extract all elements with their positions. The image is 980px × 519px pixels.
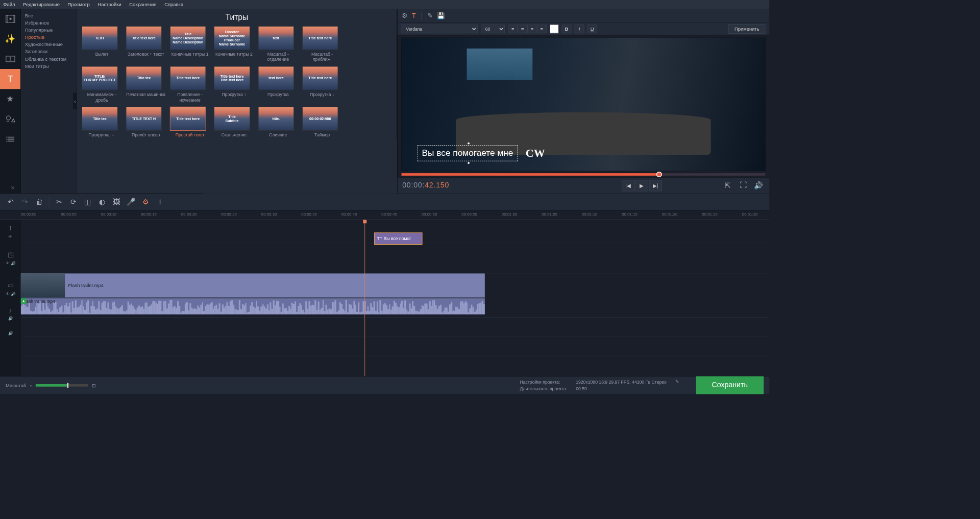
zoom-fit-icon[interactable]: ⊡ bbox=[92, 382, 96, 388]
volume-button[interactable]: 🔊 bbox=[752, 180, 765, 191]
music-track[interactable] bbox=[21, 318, 769, 337]
search-input[interactable]: 🔍✕ bbox=[0, 184, 18, 192]
preset-thumbnail: TITLE TEXT H bbox=[126, 107, 162, 131]
video-track[interactable]: Flash trailer.mp4 ★ Flash trailer.mp4 bbox=[21, 273, 769, 317]
preset-label: Слияние bbox=[258, 132, 299, 137]
menu-Редактирование[interactable]: Редактирование bbox=[23, 2, 60, 7]
bold-button[interactable]: B bbox=[562, 24, 572, 33]
equalizer-button[interactable]: ⫴ bbox=[154, 196, 166, 208]
shapes-tool[interactable] bbox=[0, 109, 20, 129]
title-preset[interactable]: text hereПрокрутка bbox=[258, 66, 299, 103]
title-preset[interactable]: Title text hereЗаголовок + текст bbox=[126, 26, 166, 62]
category-item[interactable]: Облачка с текстом bbox=[21, 55, 77, 62]
color-picker-icon[interactable]: ✎ bbox=[427, 12, 432, 19]
fullscreen-button[interactable]: ⛶ bbox=[737, 180, 749, 191]
category-item[interactable]: Все bbox=[21, 12, 77, 19]
crop-button[interactable]: ◫ bbox=[81, 196, 94, 208]
preset-label: Масштаб - отдаление bbox=[258, 52, 299, 62]
title-preset[interactable]: Title texПечатная машинка bbox=[126, 66, 166, 103]
cut-button[interactable]: ✂ bbox=[53, 196, 65, 208]
align-left-button[interactable]: ≡ bbox=[508, 24, 518, 33]
title-preset[interactable]: 00:00:02:986Таймер bbox=[302, 107, 342, 138]
stickers-tool[interactable]: ★ bbox=[0, 89, 20, 109]
media-tool[interactable] bbox=[0, 9, 20, 29]
zoom-out-icon[interactable]: ▫ bbox=[30, 382, 32, 388]
category-item[interactable]: Простые bbox=[21, 34, 77, 41]
video-clip[interactable]: Flash trailer.mp4 bbox=[21, 273, 485, 297]
titles-tool[interactable]: T bbox=[0, 69, 20, 89]
audio-clip[interactable]: ★ Flash trailer.mp4 bbox=[21, 298, 485, 314]
rotate-button[interactable]: ⟳ bbox=[67, 196, 80, 208]
more-tool[interactable] bbox=[0, 129, 20, 149]
save-button[interactable]: Сохранить bbox=[696, 376, 764, 394]
title-preset[interactable]: title.Слияние bbox=[258, 107, 299, 138]
text-properties-icon[interactable]: T bbox=[412, 12, 416, 19]
text-color-swatch[interactable] bbox=[550, 24, 558, 33]
clip-properties-icon[interactable]: ⚙ bbox=[402, 12, 407, 19]
align-justify-button[interactable]: ≡ bbox=[537, 24, 547, 33]
picture-button[interactable]: 🖼 bbox=[110, 196, 123, 208]
extra-audio-track[interactable] bbox=[21, 337, 769, 356]
undo-button[interactable]: ↶ bbox=[4, 196, 17, 208]
title-track-label[interactable]: T👁 bbox=[0, 220, 21, 243]
title-track[interactable]: TᴛВы все помог bbox=[21, 220, 769, 243]
title-preset[interactable]: Title texПрокрутка ← bbox=[82, 107, 122, 138]
title-preset[interactable]: Title text hereTitle text hereПрокрутка … bbox=[214, 66, 254, 103]
playhead[interactable] bbox=[364, 220, 365, 376]
play-button[interactable]: ▶ bbox=[635, 180, 648, 191]
menu-Справка[interactable]: Справка bbox=[164, 2, 183, 7]
underline-button[interactable]: U bbox=[587, 24, 597, 33]
prev-button[interactable]: |◀ bbox=[622, 180, 634, 191]
title-preset[interactable]: Title text hereПоявление - исчезание bbox=[170, 66, 210, 103]
color-adjust-button[interactable]: ◐ bbox=[96, 196, 109, 208]
title-preset[interactable]: TitleName DescriptionName DescriptionКон… bbox=[170, 26, 210, 62]
category-item[interactable]: Заголовки bbox=[21, 48, 77, 55]
preset-thumbnail: Title tex bbox=[82, 107, 118, 131]
title-preset[interactable]: textМасштаб - отдаление bbox=[258, 26, 299, 62]
italic-button[interactable]: I bbox=[575, 24, 584, 33]
apply-button[interactable]: Применить bbox=[728, 24, 765, 34]
record-audio-button[interactable]: 🎤 bbox=[125, 196, 137, 208]
font-size-select[interactable]: 60 bbox=[481, 24, 505, 33]
transitions-tool[interactable] bbox=[0, 49, 20, 69]
music-track-label[interactable]: ♪🔊 bbox=[0, 304, 21, 323]
title-preset[interactable]: TitleSubtitleСкольжение bbox=[214, 107, 254, 138]
clip-settings-button[interactable]: ⚙ bbox=[139, 196, 152, 208]
category-item[interactable]: Избранное bbox=[21, 19, 77, 27]
category-item[interactable]: Мои титры bbox=[21, 62, 77, 69]
overlay-track[interactable] bbox=[21, 243, 769, 274]
redo-button[interactable]: ↷ bbox=[18, 196, 31, 208]
menu-Просмотр[interactable]: Просмотр bbox=[68, 2, 90, 7]
title-preset[interactable]: DirectorName SurnameProducerName Surname… bbox=[214, 26, 254, 62]
align-center-button[interactable]: ≡ bbox=[518, 24, 527, 33]
title-overlay-text[interactable]: Вы все помогаете мне bbox=[418, 145, 518, 161]
title-preset[interactable]: Title text hereПрокрутка ↓ bbox=[302, 66, 342, 103]
font-family-select[interactable]: Verdana bbox=[402, 24, 478, 33]
delete-button[interactable]: 🗑 bbox=[33, 196, 45, 208]
preview-monitor[interactable]: Вы все помогаете мне CW bbox=[402, 38, 766, 171]
audio2-track-label[interactable]: 🔊 bbox=[0, 323, 21, 343]
save-preset-icon[interactable]: 💾 bbox=[437, 12, 445, 19]
next-button[interactable]: ▶| bbox=[649, 180, 662, 191]
filters-tool[interactable]: ✨ bbox=[0, 29, 20, 49]
video-track-label[interactable]: ▭👁 🔊 bbox=[0, 273, 21, 304]
category-item[interactable]: Художественные bbox=[21, 41, 77, 48]
preset-label: Конечные титры 1 bbox=[170, 52, 210, 57]
overlay-track-label[interactable]: ◳👁 🔊 bbox=[0, 243, 21, 274]
title-preset[interactable]: Title text hereМасштаб - приближ. bbox=[302, 26, 342, 62]
collapse-handle[interactable]: ‹ bbox=[73, 93, 77, 109]
category-item[interactable]: Популярные bbox=[21, 27, 77, 34]
title-preset[interactable]: TEXTВылет bbox=[82, 26, 122, 62]
edit-settings-icon[interactable]: ✎ bbox=[671, 379, 683, 385]
title-preset[interactable]: TITLE TEXT HПролёт влево bbox=[126, 107, 166, 138]
menu-Настройки[interactable]: Настройки bbox=[97, 2, 121, 7]
export-frame-button[interactable]: ⇱ bbox=[722, 180, 734, 191]
align-right-button[interactable]: ≡ bbox=[527, 24, 537, 33]
timeline-ruler[interactable]: 00:00:0000:00:0500:00:1000:00:1500:00:20… bbox=[0, 211, 769, 220]
menu-Сохранение[interactable]: Сохранение bbox=[129, 2, 156, 7]
preview-scrubber[interactable] bbox=[402, 173, 766, 176]
zoom-slider[interactable] bbox=[36, 384, 88, 387]
title-preset[interactable]: Title text hereПростой текст bbox=[170, 107, 210, 138]
menu-Файл[interactable]: Файл bbox=[3, 2, 15, 7]
title-preset[interactable]: TITLE/FOR MY PROJECTМинимализм - дробь bbox=[82, 66, 122, 103]
